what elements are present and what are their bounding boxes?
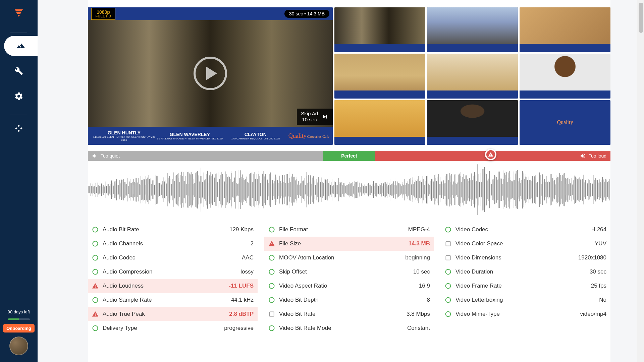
thumbnail[interactable] [520, 54, 610, 98]
metadata-label: Video Duration [455, 268, 590, 275]
svg-point-732 [93, 255, 98, 260]
days-left-label: 90 days left [8, 309, 30, 314]
metadata-value: 8 [427, 297, 430, 303]
nav-tools[interactable] [9, 61, 29, 81]
svg-point-743 [446, 227, 451, 232]
check-circle-icon [92, 254, 99, 261]
thumbnail[interactable] [427, 7, 518, 52]
scrollbar-thumb[interactable] [639, 3, 643, 33]
hd-badge: 1080p FULL HD [91, 8, 115, 20]
metadata-row: Skip Offset10 sec [264, 265, 434, 279]
warning-icon [92, 311, 99, 317]
check-circle-icon [92, 325, 99, 331]
svg-point-749 [446, 312, 451, 317]
check-circle-icon [268, 268, 275, 275]
metadata-value: 2.8 dBTP [229, 311, 254, 317]
metadata-label: Video Aspect Ratio [279, 283, 419, 289]
onboarding-badge[interactable]: Onboarding [3, 324, 35, 333]
check-circle-icon [268, 283, 275, 289]
nav-settings[interactable] [9, 86, 29, 106]
metadata-value: 16:9 [419, 283, 430, 289]
check-circle-icon [92, 226, 99, 233]
metadata-label: Video Letterboxing [455, 297, 599, 303]
metadata-label: Audio Bit Rate [103, 226, 229, 233]
metadata-label: Audio Sample Rate [103, 297, 231, 303]
metadata-row: Video Color SpaceYUV [441, 237, 610, 251]
info-square-icon [445, 254, 451, 261]
check-circle-icon [92, 240, 99, 247]
info-square-icon [445, 240, 451, 247]
metadata-value: Constant [407, 325, 430, 331]
video-preview[interactable]: 1080p FULL HD 30 sec • 14.3 MB Skip Ad 1… [88, 7, 333, 145]
loudness-bar: Too quiet Perfect Too loud [88, 151, 610, 161]
metadata-value: No [599, 297, 606, 303]
check-circle-icon [268, 325, 275, 331]
thumbnail[interactable] [520, 7, 610, 52]
audio-waveform [88, 163, 610, 217]
sidebar: 90 days left Onboarding [0, 0, 38, 362]
svg-point-739 [269, 284, 274, 289]
nav-apps[interactable] [9, 118, 29, 138]
metadata-label: Audio Compression [103, 268, 240, 275]
svg-point-735 [93, 326, 98, 331]
metadata-value: lossy [240, 268, 254, 275]
user-avatar[interactable] [9, 337, 28, 355]
metadata-grid: Audio Bit Rate129 KbpsAudio Channels2Aud… [88, 223, 610, 335]
metadata-label: Audio Channels [103, 240, 251, 247]
check-circle-icon [268, 297, 275, 303]
metadata-row: Video Bit Rate ModeConstant [264, 321, 434, 335]
thumbnail[interactable] [334, 100, 425, 145]
trial-progress [8, 318, 30, 320]
metadata-label: Video Bit Rate Mode [279, 325, 407, 331]
metadata-label: Skip Offset [279, 268, 413, 275]
metadata-row: Video Bit Rate3.8 Mbps [264, 307, 434, 321]
thumbnail[interactable]: Quality [520, 100, 610, 145]
svg-point-742 [269, 326, 274, 331]
play-button[interactable] [194, 57, 227, 90]
svg-point-734 [93, 298, 98, 303]
duration-pill: 30 sec • 14.3 MB [284, 10, 329, 18]
svg-point-737 [269, 255, 274, 260]
gear-icon [14, 92, 23, 101]
svg-point-740 [269, 298, 274, 303]
loudness-marker [485, 149, 496, 160]
check-circle-icon [445, 297, 451, 303]
thumbnail[interactable] [427, 100, 518, 145]
scrollbar[interactable] [637, 0, 644, 362]
metadata-value: 129 Kbps [229, 226, 254, 233]
metadata-row: Audio Loudness-11 LUFS [88, 279, 258, 293]
thumbnail[interactable] [427, 54, 518, 98]
metadata-row: Delivery Typeprogressive [88, 321, 258, 335]
metadata-row: Audio Channels2 [88, 237, 258, 251]
check-circle-icon [268, 254, 275, 261]
metadata-value: 25 fps [591, 283, 606, 289]
check-circle-icon [445, 268, 451, 275]
metadata-label: Video Bit Depth [279, 297, 427, 303]
check-circle-icon [445, 283, 451, 289]
metadata-row: Audio Compressionlossy [88, 265, 258, 279]
nav-media[interactable] [4, 36, 38, 56]
metadata-value: 30 sec [590, 268, 606, 275]
metadata-row: Video Aspect Ratio16:9 [264, 279, 434, 293]
metadata-row: File Size14.3 MB [264, 237, 434, 251]
metadata-value: 44.1 kHz [231, 297, 254, 303]
volume-low-icon [92, 153, 98, 159]
metadata-label: Delivery Type [103, 325, 224, 331]
info-square-icon [268, 311, 275, 317]
skip-next-icon [321, 113, 329, 120]
metadata-row: Audio Sample Rate44.1 kHz [88, 293, 258, 307]
metadata-row: MOOV Atom Locationbeginning [264, 251, 434, 265]
thumbnail[interactable] [334, 7, 425, 52]
thumbnail[interactable] [334, 54, 425, 98]
diamond-grid-icon [14, 124, 23, 133]
app-logo-icon [13, 7, 25, 19]
metadata-value: 14.3 MB [409, 240, 430, 247]
metadata-label: Video Mime-Type [455, 311, 580, 317]
metadata-label: Video Codec [455, 226, 591, 233]
svg-point-746 [446, 269, 451, 275]
metadata-value: -11 LUFS [229, 283, 254, 289]
metadata-value: 2 [251, 240, 254, 247]
metadata-row: Video Bit Depth8 [264, 293, 434, 307]
metadata-row: Video LetterboxingNo [441, 293, 610, 307]
metadata-row: Video Dimensions1920x1080 [441, 251, 610, 265]
